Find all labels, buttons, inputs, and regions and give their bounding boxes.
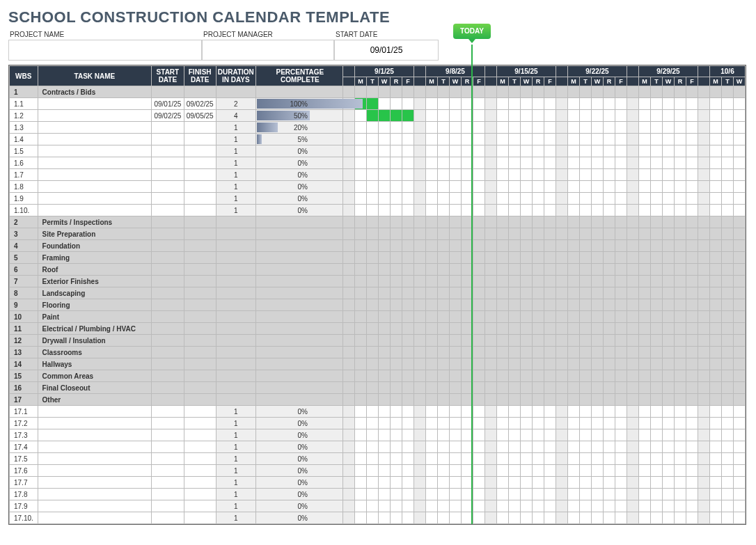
gantt-cell[interactable] xyxy=(733,512,745,524)
gantt-cell[interactable] xyxy=(709,145,721,157)
gantt-cell[interactable] xyxy=(567,512,579,524)
gantt-cell[interactable] xyxy=(449,441,461,453)
cell-finish[interactable] xyxy=(184,489,216,500)
gantt-cell[interactable] xyxy=(402,500,414,512)
gantt-cell[interactable] xyxy=(366,145,378,157)
gantt-cell[interactable] xyxy=(402,157,414,169)
gantt-cell[interactable] xyxy=(733,98,745,110)
gantt-cell[interactable] xyxy=(425,122,437,134)
gantt-cell[interactable] xyxy=(721,98,733,110)
cell-wbs[interactable]: 17.5 xyxy=(10,453,38,465)
cell-start[interactable] xyxy=(152,465,184,477)
gantt-cell[interactable] xyxy=(508,145,520,157)
gantt-cell[interactable] xyxy=(354,489,366,500)
cell-finish[interactable] xyxy=(184,429,216,441)
gantt-cell[interactable] xyxy=(425,193,437,205)
gantt-cell[interactable] xyxy=(709,157,721,169)
gantt-cell[interactable] xyxy=(733,453,745,465)
gantt-cell[interactable] xyxy=(662,477,674,489)
gantt-cell[interactable] xyxy=(366,181,378,193)
cell-pct[interactable]: 0% xyxy=(255,441,342,453)
gantt-cell[interactable] xyxy=(532,512,544,524)
gantt-cell[interactable] xyxy=(425,453,437,465)
gantt-cell[interactable] xyxy=(709,429,721,441)
gantt-cell[interactable] xyxy=(567,181,579,193)
gantt-cell[interactable] xyxy=(579,205,591,216)
gantt-cell[interactable] xyxy=(544,145,556,157)
gantt-cell[interactable] xyxy=(591,477,603,489)
gantt-cell[interactable] xyxy=(650,169,662,181)
gantt-cell[interactable] xyxy=(733,465,745,477)
cell-pct[interactable]: 0% xyxy=(255,489,342,500)
gantt-cell[interactable] xyxy=(402,477,414,489)
gantt-cell[interactable] xyxy=(496,134,508,145)
gantt-cell[interactable] xyxy=(674,98,686,110)
gantt-cell[interactable] xyxy=(591,406,603,418)
gantt-cell[interactable] xyxy=(638,406,650,418)
gantt-cell[interactable] xyxy=(638,418,650,429)
cell-task[interactable] xyxy=(38,465,152,477)
cell-task[interactable] xyxy=(38,205,152,216)
gantt-cell[interactable] xyxy=(686,465,698,477)
gantt-cell[interactable] xyxy=(425,465,437,477)
gantt-cell[interactable] xyxy=(354,181,366,193)
gantt-cell[interactable] xyxy=(378,477,390,489)
cell-wbs[interactable]: 17.10. xyxy=(10,512,38,524)
gantt-cell[interactable] xyxy=(437,157,449,169)
gantt-cell[interactable] xyxy=(366,122,378,134)
gantt-cell[interactable] xyxy=(567,98,579,110)
gantt-cell[interactable] xyxy=(603,500,615,512)
gantt-cell[interactable] xyxy=(591,110,603,122)
gantt-cell[interactable] xyxy=(508,477,520,489)
gantt-cell[interactable] xyxy=(532,205,544,216)
cell-finish[interactable] xyxy=(184,441,216,453)
gantt-cell[interactable] xyxy=(532,181,544,193)
cell-start[interactable] xyxy=(152,441,184,453)
gantt-cell[interactable] xyxy=(496,205,508,216)
gantt-cell[interactable] xyxy=(721,477,733,489)
gantt-cell[interactable] xyxy=(437,181,449,193)
gantt-cell[interactable] xyxy=(473,134,485,145)
gantt-cell[interactable] xyxy=(520,406,532,418)
gantt-cell[interactable] xyxy=(662,110,674,122)
gantt-cell[interactable] xyxy=(674,157,686,169)
gantt-cell[interactable] xyxy=(520,205,532,216)
gantt-cell[interactable] xyxy=(544,418,556,429)
gantt-cell[interactable] xyxy=(662,157,674,169)
gantt-cell[interactable] xyxy=(496,429,508,441)
gantt-cell[interactable] xyxy=(366,110,378,122)
gantt-cell[interactable] xyxy=(366,429,378,441)
gantt-cell[interactable] xyxy=(650,157,662,169)
gantt-cell[interactable] xyxy=(354,512,366,524)
gantt-cell[interactable] xyxy=(473,477,485,489)
gantt-cell[interactable] xyxy=(579,145,591,157)
gantt-cell[interactable] xyxy=(721,205,733,216)
gantt-cell[interactable] xyxy=(366,98,378,110)
gantt-cell[interactable] xyxy=(721,181,733,193)
cell-finish[interactable] xyxy=(184,500,216,512)
gantt-cell[interactable] xyxy=(686,122,698,134)
gantt-cell[interactable] xyxy=(733,429,745,441)
gantt-cell[interactable] xyxy=(378,169,390,181)
gantt-cell[interactable] xyxy=(567,157,579,169)
cell-task[interactable] xyxy=(38,122,152,134)
gantt-cell[interactable] xyxy=(544,489,556,500)
gantt-cell[interactable] xyxy=(733,169,745,181)
gantt-cell[interactable] xyxy=(603,122,615,134)
gantt-cell[interactable] xyxy=(402,193,414,205)
gantt-cell[interactable] xyxy=(378,453,390,465)
cell-task[interactable] xyxy=(38,441,152,453)
gantt-cell[interactable] xyxy=(674,134,686,145)
cell-pct[interactable]: 100% xyxy=(255,98,342,110)
cell-wbs[interactable]: 17.6 xyxy=(10,465,38,477)
gantt-cell[interactable] xyxy=(354,418,366,429)
gantt-cell[interactable] xyxy=(354,169,366,181)
gantt-cell[interactable] xyxy=(473,418,485,429)
gantt-cell[interactable] xyxy=(567,169,579,181)
cell-pct[interactable]: 0% xyxy=(255,453,342,465)
gantt-cell[interactable] xyxy=(378,465,390,477)
gantt-cell[interactable] xyxy=(638,110,650,122)
gantt-cell[interactable] xyxy=(437,465,449,477)
gantt-cell[interactable] xyxy=(354,157,366,169)
gantt-cell[interactable] xyxy=(508,500,520,512)
